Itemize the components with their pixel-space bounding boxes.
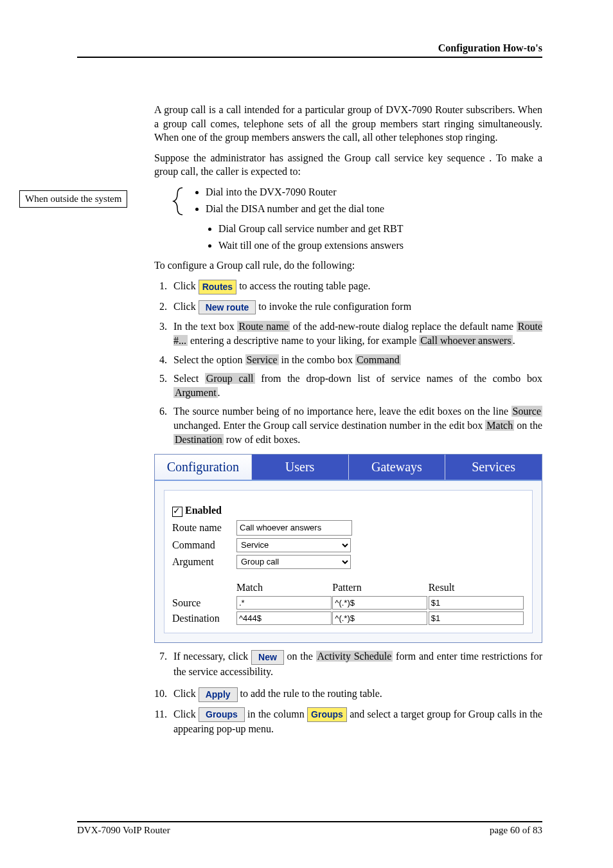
- hl-match: Match: [485, 420, 514, 431]
- col-pattern: Pattern: [332, 581, 428, 595]
- route-name-label: Route name: [172, 521, 236, 535]
- command-label: Command: [172, 538, 236, 552]
- step-2: Click New route to invoke the rule confi…: [170, 300, 542, 315]
- footer-left: DVX-7090 VoIP Router: [77, 825, 170, 836]
- argument-label: Argument: [172, 555, 236, 569]
- step-5: Select Group call from the drop-down lis…: [170, 372, 542, 399]
- step-10: Click Apply to add the rule to the routi…: [170, 687, 542, 702]
- footer-right: page 60 of 83: [490, 825, 542, 836]
- hl-source: Source: [511, 406, 542, 417]
- destination-pattern-input[interactable]: [332, 611, 427, 625]
- config-panel: Configuration Users Gateways Services En…: [154, 454, 542, 643]
- new-route-button[interactable]: New route: [199, 300, 256, 315]
- groups-column-button[interactable]: Groups: [307, 707, 347, 722]
- tab-services[interactable]: Services: [445, 455, 542, 480]
- tab-bar: Configuration Users Gateways Services: [155, 455, 542, 481]
- source-pattern-input[interactable]: [332, 596, 427, 610]
- section-heading: Configuration How-to's: [77, 42, 542, 54]
- col-match: Match: [236, 581, 332, 595]
- rule-top: [77, 57, 542, 58]
- enabled-label: Enabled: [185, 503, 222, 518]
- intro-p1: A group call is a call intended for a pa…: [154, 103, 542, 145]
- groups-button[interactable]: Groups: [199, 707, 245, 722]
- steps-list-2: If necessary, click New on the Activity …: [154, 649, 542, 678]
- hl-argument: Argument: [173, 387, 218, 398]
- destination-match-input[interactable]: [236, 611, 332, 625]
- hl-activity-schedule: Activity Schedule: [316, 651, 393, 662]
- step-4: Select the option Service in the combo b…: [170, 353, 542, 367]
- bullet-item: Dial Group call service number and get R…: [218, 222, 542, 236]
- steps-list: Click Routes to access the routing table…: [154, 279, 542, 446]
- hl-command: Command: [355, 354, 401, 365]
- source-label: Source: [172, 596, 236, 610]
- route-form: Enabled Route name Command Service Argum…: [164, 490, 533, 633]
- bullet-list-inner: Dial Group call service number and get R…: [154, 222, 542, 252]
- step-3: In the text box Route name of the add-ne…: [170, 320, 542, 347]
- hl-example-name: Call whoever answers: [419, 335, 512, 346]
- enabled-checkbox[interactable]: [172, 507, 182, 517]
- page-footer: DVX-7090 VoIP Router page 60 of 83: [77, 821, 542, 836]
- route-name-input[interactable]: [236, 520, 352, 536]
- step-6: The source number being of no importance…: [170, 404, 542, 446]
- rule-bottom: [77, 821, 542, 822]
- hl-destination: Destination: [173, 434, 224, 445]
- new-button[interactable]: New: [251, 650, 284, 665]
- intro-p2: Suppose the administrator has assigned t…: [154, 151, 542, 179]
- bullet-item: Dial into the DVX-7090 Router: [206, 185, 542, 199]
- bullet-list-outer: Dial into the DVX-7090 Router Dial the D…: [154, 185, 542, 215]
- source-result-input[interactable]: [429, 596, 524, 610]
- step-7: If necessary, click New on the Activity …: [170, 649, 542, 678]
- side-annotation: When outside the system: [19, 190, 127, 208]
- step-1: Click Routes to access the routing table…: [170, 279, 542, 294]
- tab-configuration[interactable]: Configuration: [155, 455, 252, 480]
- hl-route-name: Route name: [237, 321, 290, 332]
- source-match-input[interactable]: [236, 596, 332, 610]
- argument-select[interactable]: Group call: [236, 555, 351, 569]
- destination-label: Destination: [172, 611, 236, 626]
- command-select[interactable]: Service: [236, 538, 351, 552]
- tab-gateways[interactable]: Gateways: [349, 455, 446, 480]
- hl-service: Service: [245, 354, 279, 365]
- lead-configure: To configure a Group call rule, do the f…: [154, 258, 542, 273]
- step-11: Click Groups in the column Groups and se…: [170, 707, 542, 736]
- col-result: Result: [429, 581, 524, 595]
- steps-list-3: Click Apply to add the rule to the routi…: [154, 687, 542, 736]
- destination-result-input[interactable]: [429, 611, 524, 625]
- bullet-item: Wait till one of the group extensions an…: [218, 239, 542, 253]
- hl-group-call: Group call: [205, 373, 255, 384]
- apply-button[interactable]: Apply: [199, 687, 238, 702]
- bullet-item: Dial the DISA number and get the dial to…: [206, 202, 542, 216]
- tab-users[interactable]: Users: [252, 455, 349, 480]
- routes-button[interactable]: Routes: [199, 280, 236, 294]
